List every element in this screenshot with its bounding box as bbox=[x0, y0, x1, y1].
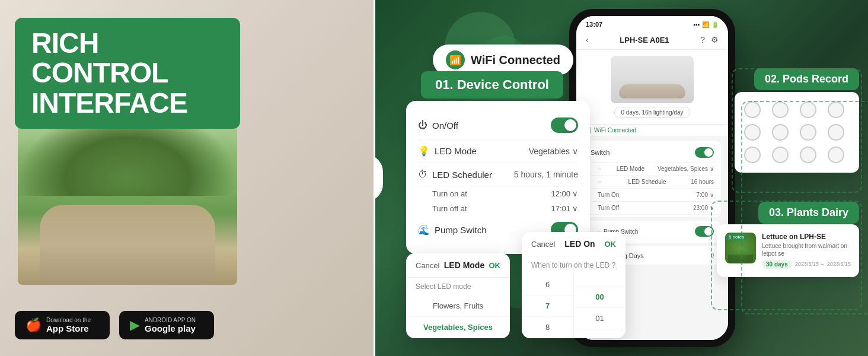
hour-option-2[interactable]: 7 bbox=[522, 295, 573, 317]
google-play-main-label: Google play bbox=[145, 323, 196, 333]
plant-description: Lettuce brought from walmart on letpot s… bbox=[762, 242, 851, 258]
phone-time: 13:07 bbox=[586, 21, 602, 28]
plant-thumbnail-container: 5 notes bbox=[725, 233, 756, 263]
pod-3 bbox=[800, 101, 816, 118]
led-scheduler-value: 5 hours, 1 minute bbox=[514, 170, 578, 179]
app-store-main-label: App Store bbox=[46, 323, 91, 333]
pod-5 bbox=[744, 124, 761, 141]
control-card: ⏻ On/Off 💡 LED Mode Vegetables ∨ ⏱ LED S… bbox=[406, 101, 590, 254]
hero-title-box: RICH CONTROL INTERFACE bbox=[15, 18, 240, 129]
led-on-modal: Cancel LED On OK When to turn on the LED… bbox=[522, 232, 626, 338]
pod-11 bbox=[800, 147, 816, 163]
min-option-2[interactable]: 00 bbox=[574, 287, 626, 308]
plant-date-range: 2023/3/15 ～ 2023/6/15 bbox=[795, 260, 851, 268]
pod-8 bbox=[828, 124, 844, 141]
plant-name: Lettuce on LPH-SE bbox=[762, 233, 851, 241]
led-mode-value[interactable]: Vegetables ∨ bbox=[529, 147, 578, 156]
pod-7 bbox=[800, 124, 816, 141]
phone-header: ‹ LPH-SE A0E1 ? ⚙ bbox=[576, 30, 728, 50]
phone-wifi-row: 📶 WiFi Connected bbox=[576, 124, 728, 136]
plant-meta: 30 days 2023/3/15 ～ 2023/6/15 bbox=[762, 260, 851, 269]
hero-title: RICH CONTROL INTERFACE bbox=[31, 28, 224, 118]
led-scheduler-row: ⏱ LED Scheduler 5 hours, 1 minute bbox=[418, 163, 578, 186]
turn-off-value[interactable]: 17:01 ∨ bbox=[551, 204, 578, 213]
led-mode-option-1[interactable]: Flowers, Fruits bbox=[406, 295, 510, 317]
led-mode-row[interactable]: 💡 LED Mode Vegetables ∨ bbox=[418, 139, 578, 163]
device-days-badge: 0 days. 16h lighting/day bbox=[614, 107, 690, 118]
signal-icon: ▪▪▪ bbox=[693, 21, 700, 28]
phone-switch-toggle[interactable] bbox=[695, 147, 714, 158]
plants-diary-card: 5 notes Lettuce on LPH-SE Lettuce brough… bbox=[717, 224, 859, 277]
pod-9 bbox=[744, 147, 761, 163]
modal-ok-button[interactable]: OK bbox=[489, 261, 500, 270]
modal-cancel-button[interactable]: Cancel bbox=[416, 261, 439, 270]
apple-icon: 🍎 bbox=[25, 319, 42, 332]
led-icon: 💡 bbox=[418, 145, 430, 157]
panel-divider bbox=[374, 0, 375, 356]
led-mode-modal: Cancel LED Mode OK Select LED mode Flowe… bbox=[406, 253, 510, 338]
phone-header-icons: ? ⚙ bbox=[700, 35, 719, 44]
pods-record-card bbox=[735, 92, 859, 173]
led-mode-label: 💡 LED Mode bbox=[418, 145, 477, 157]
phone-turn-off-value[interactable]: 23:00 ∨ bbox=[693, 205, 714, 211]
plants-diary-label: 03. Plants Dairy bbox=[758, 202, 859, 224]
pod-2 bbox=[772, 101, 789, 118]
plant-thumbnail: 5 notes bbox=[725, 233, 756, 263]
phone-turn-on-value[interactable]: 7:00 ∨ bbox=[697, 192, 714, 198]
phone-wifi-label: WiFi Connected bbox=[594, 127, 636, 134]
turn-off-row[interactable]: Turn off at 17:01 ∨ bbox=[432, 201, 578, 216]
google-play-button[interactable]: ▶ ANDROID APP ON Google play bbox=[119, 311, 214, 339]
hour-option-1[interactable]: 6 bbox=[522, 274, 573, 295]
settings-icon[interactable]: ⚙ bbox=[711, 35, 719, 44]
plant-entry: 5 notes Lettuce on LPH-SE Lettuce brough… bbox=[725, 233, 851, 269]
phone-turn-on-row[interactable]: Turn On 7:00 ∨ bbox=[583, 189, 721, 202]
help-icon[interactable]: ? bbox=[700, 35, 705, 44]
on-off-row: ⏻ On/Off bbox=[418, 112, 578, 139]
min-option-1[interactable] bbox=[574, 274, 626, 287]
phone-pump-toggle[interactable] bbox=[695, 226, 714, 237]
phone-switch-section: Switch ○ LED Mode Vegetables, Spices ∨ bbox=[583, 141, 721, 217]
google-play-icon: ▶ bbox=[130, 319, 140, 332]
wifi-label: WiFi Connected bbox=[471, 53, 560, 67]
back-icon[interactable]: ‹ bbox=[586, 35, 589, 44]
chevron-down-icon: ∨ bbox=[572, 147, 578, 156]
divider-notch bbox=[374, 154, 383, 202]
app-store-sub-label: Download on the bbox=[46, 317, 91, 323]
phone-led-mode-dot: ○ bbox=[598, 166, 601, 172]
modal-subtitle: Select LED mode bbox=[406, 278, 510, 295]
wifi-icon: 📶 bbox=[446, 50, 465, 69]
led-mode-option-2[interactable]: Vegetables, Spices bbox=[406, 317, 510, 338]
app-store-button[interactable]: 🍎 Download on the App Store bbox=[15, 311, 110, 339]
turn-on-row[interactable]: Turn on at 12:00 ∨ bbox=[432, 186, 578, 201]
hour-option-3[interactable]: 8 bbox=[522, 317, 573, 338]
chevron-down-icon: ∨ bbox=[572, 189, 578, 198]
clock-icon: ⏱ bbox=[418, 169, 427, 180]
app-buttons-container: 🍎 Download on the App Store ▶ ANDROID AP… bbox=[15, 311, 214, 339]
phone-led-schedule-row: ○ LED Schedule 16 hours bbox=[583, 176, 721, 189]
left-panel: RICH CONTROL INTERFACE 🍎 Download on the… bbox=[0, 0, 374, 356]
on-off-toggle[interactable] bbox=[551, 117, 578, 133]
led-scheduler-label: ⏱ LED Scheduler bbox=[418, 169, 492, 180]
led-on-subtitle: When to turn on the LED ? bbox=[522, 256, 626, 274]
phone-turn-off-row[interactable]: Turn Off 23:00 ∨ bbox=[583, 202, 721, 215]
pod-10 bbox=[772, 147, 789, 163]
min-option-3[interactable]: 01 bbox=[574, 308, 626, 329]
modal-title: LED Mode bbox=[444, 260, 484, 270]
modal-header: Cancel LED Mode OK bbox=[406, 253, 510, 278]
device-illustration bbox=[611, 56, 694, 103]
led-on-cancel-button[interactable]: Cancel bbox=[531, 240, 555, 249]
turn-on-value[interactable]: 12:00 ∨ bbox=[551, 189, 578, 198]
chevron-down-icon: ∨ bbox=[710, 166, 714, 172]
phone-led-mode-row[interactable]: ○ LED Mode Vegetables, Spices ∨ bbox=[583, 163, 721, 176]
plant-info: Lettuce on LPH-SE Lettuce brought from w… bbox=[762, 233, 851, 269]
led-on-modal-header: Cancel LED On OK bbox=[522, 232, 626, 256]
pump-icon: 🌊 bbox=[418, 224, 430, 236]
phone-led-schedule-value: 16 hours bbox=[691, 179, 714, 185]
pods-grid bbox=[744, 101, 850, 163]
phone-led-mode-value[interactable]: Vegetables, Spices ∨ bbox=[658, 166, 714, 172]
scheduler-sub-rows: Turn on at 12:00 ∨ Turn off at 17:01 ∨ bbox=[418, 186, 578, 216]
led-on-ok-button[interactable]: OK bbox=[605, 240, 617, 249]
pods-record-label: 02. Pods Record bbox=[754, 68, 859, 90]
phone-device-name: LPH-SE A0E1 bbox=[620, 36, 669, 44]
wifi-status-icon: 📶 bbox=[702, 21, 709, 28]
